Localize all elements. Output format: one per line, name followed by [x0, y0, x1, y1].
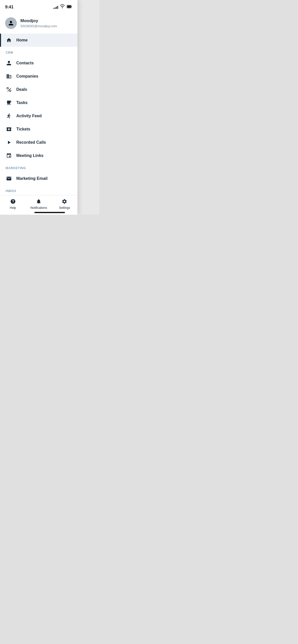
sidebar-item-marketing-email[interactable]: Marketing Email [0, 172, 77, 185]
crm-section-label: CRM [0, 47, 77, 56]
tab-help[interactable]: Help [0, 198, 26, 210]
avatar-person-icon [8, 20, 14, 26]
recorded-calls-icon [6, 139, 12, 146]
sidebar-item-recorded-calls[interactable]: Recorded Calls [0, 136, 77, 149]
user-info: Moodjoy 550365f2@moodjoy.com [20, 18, 57, 28]
home-indicator [34, 212, 65, 213]
tickets-icon [6, 126, 12, 133]
tab-notifications[interactable]: Notifications [26, 198, 51, 210]
settings-gear-icon [61, 198, 68, 205]
navigation-drawer: 9:41 [0, 0, 77, 215]
sidebar-item-contacts-label: Contacts [16, 61, 34, 65]
contacts-icon [6, 60, 12, 66]
status-time: 9:41 [5, 5, 13, 10]
notifications-bell-icon [35, 198, 42, 205]
marketing-section-label: Marketing [0, 162, 77, 172]
sidebar-item-marketing-email-label: Marketing Email [16, 176, 48, 181]
sidebar-item-activity-feed-label: Activity Feed [16, 114, 42, 118]
activity-feed-icon [6, 113, 12, 119]
sidebar-item-tasks-label: Tasks [16, 100, 28, 105]
avatar [5, 17, 17, 29]
user-name: Moodjoy [20, 18, 57, 23]
sidebar-item-deals[interactable]: Deals [0, 83, 77, 96]
home-icon [6, 37, 12, 43]
sidebar-item-tickets-label: Tickets [16, 127, 30, 131]
tab-notifications-label: Notifications [30, 206, 47, 210]
sidebar-item-home-label: Home [16, 38, 28, 42]
sidebar-item-contacts[interactable]: Contacts [0, 56, 77, 70]
signal-icon [53, 5, 58, 9]
user-profile[interactable]: Moodjoy 550365f2@moodjoy.com [0, 13, 77, 34]
deals-icon [6, 86, 12, 93]
marketing-email-icon [6, 175, 12, 182]
sidebar-item-tasks[interactable]: Tasks [0, 96, 77, 109]
companies-icon [6, 73, 12, 80]
sidebar-item-meeting-links[interactable]: Meeting Links [0, 149, 77, 162]
status-bar: 9:41 [0, 0, 77, 13]
sidebar-item-deals-label: Deals [16, 87, 27, 92]
sidebar-item-recorded-calls-label: Recorded Calls [16, 140, 46, 145]
sidebar-item-companies-label: Companies [16, 74, 38, 79]
sidebar-item-activity-feed[interactable]: Activity Feed [0, 109, 77, 123]
meeting-links-icon [6, 152, 12, 159]
battery-icon [67, 4, 72, 10]
sidebar-item-companies[interactable]: Companies [0, 70, 77, 83]
inbox-section-label: Inbox [0, 185, 77, 195]
tab-settings[interactable]: Settings [52, 198, 77, 210]
user-email: 550365f2@moodjoy.com [20, 24, 57, 28]
sidebar-item-home[interactable]: Home [0, 34, 77, 47]
tasks-icon [6, 99, 12, 106]
wifi-icon [60, 4, 65, 10]
sidebar-item-meeting-links-label: Meeting Links [16, 153, 44, 158]
tab-settings-label: Settings [59, 206, 70, 210]
tab-help-label: Help [10, 206, 16, 210]
sidebar-item-tickets[interactable]: Tickets [0, 123, 77, 136]
nav-list: Home CRM Contacts Companies [0, 34, 77, 215]
status-icons [53, 4, 72, 10]
help-icon [9, 198, 17, 205]
svg-rect-1 [67, 6, 71, 8]
